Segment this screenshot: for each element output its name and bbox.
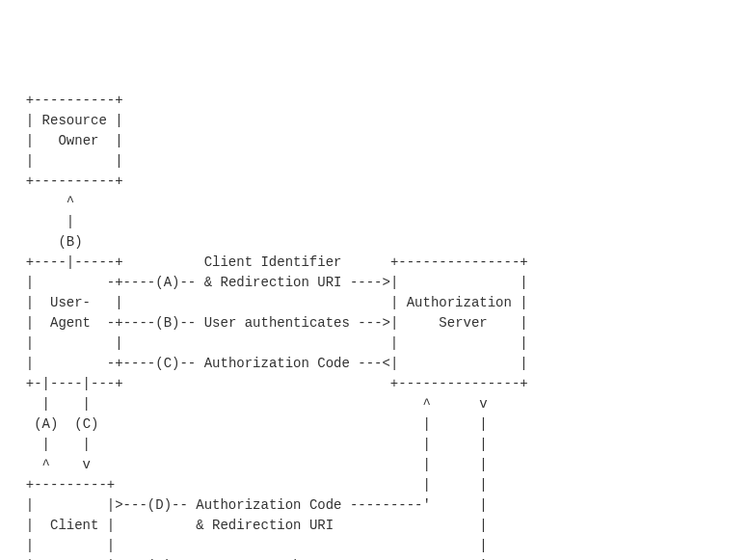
auth-code-label: Authorization Code	[204, 356, 350, 371]
user-agent-label-1: User-	[50, 295, 91, 310]
resource-owner-label-2: Owner	[58, 133, 98, 148]
step-a-right: (A)	[155, 275, 179, 290]
step-c-down: (C)	[74, 416, 98, 432]
redirection-uri-d-label: & Redirection URI	[196, 518, 334, 533]
auth-code-d-label: Authorization Code	[196, 497, 341, 513]
redirection-uri-label: & Redirection URI	[204, 275, 342, 290]
auth-server-label-1: Authorization	[407, 295, 512, 310]
user-auth-label: User authenticates	[204, 315, 350, 331]
client-label: Client	[50, 518, 98, 533]
step-b-right: (B)	[155, 315, 179, 331]
step-b-up: (B)	[58, 234, 82, 250]
step-c-left: (C)	[155, 356, 179, 371]
step-d: (D)	[147, 497, 172, 513]
client-identifier-label: Client Identifier	[204, 254, 342, 270]
user-agent-label-2: Agent	[50, 315, 91, 331]
resource-owner-label-1: Resource	[42, 113, 107, 128]
ascii-diagram: +----------+ | Resource | | Owner | | | …	[10, 91, 748, 560]
auth-server-label-2: Server	[439, 315, 487, 331]
step-a-down: (A)	[34, 416, 58, 432]
